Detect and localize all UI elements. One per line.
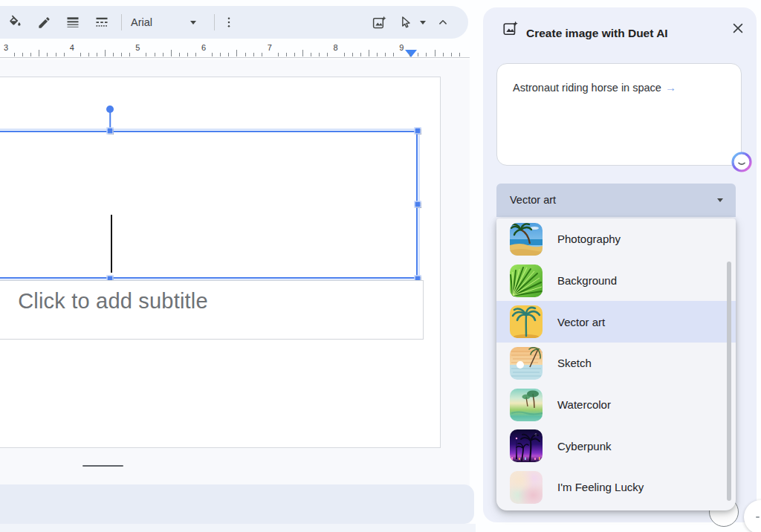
fill-color-icon[interactable] xyxy=(6,13,24,31)
ruler-tick xyxy=(253,53,254,56)
ruler-tick xyxy=(418,53,418,56)
google-slides-app: Arial 3456789 Click to ad xyxy=(0,0,761,532)
ruler-tick xyxy=(80,53,81,56)
style-option-background[interactable]: Background xyxy=(496,260,736,302)
style-option-lucky[interactable]: I'm Feeling Lucky xyxy=(496,467,736,508)
ruler-tick xyxy=(88,53,89,56)
subtitle-placeholder-text: Click to add subtitle xyxy=(18,289,208,339)
ruler-tick xyxy=(311,53,311,56)
ruler-tick xyxy=(163,53,163,56)
horizontal-ruler: 3456789 xyxy=(0,39,470,59)
style-option-label: Vector art xyxy=(557,316,605,328)
toolbar-separator xyxy=(121,14,122,30)
ruler-tick xyxy=(129,53,130,56)
style-thumbnail-icon xyxy=(510,223,543,256)
prompt-text: Astronaut riding horse in space→ xyxy=(513,81,676,94)
ruler-tick xyxy=(22,53,23,56)
prompt-value: Astronaut riding horse in space xyxy=(513,82,661,94)
ruler-tick xyxy=(64,53,65,56)
ruler-tick xyxy=(171,50,172,56)
style-select-value: Vector art xyxy=(510,194,556,206)
ruler-tick xyxy=(146,53,146,56)
ruler-tick xyxy=(377,53,378,56)
slide-canvas[interactable]: Click to add subtitle xyxy=(0,59,470,532)
style-option-label: Cyberpunk xyxy=(557,440,612,452)
select-caret-icon xyxy=(717,198,723,202)
style-thumbnail-icon xyxy=(510,471,543,504)
subtitle-placeholder[interactable]: Click to add subtitle xyxy=(0,280,424,340)
style-option-vector-art[interactable]: Vector art xyxy=(496,301,736,343)
style-thumbnail-icon xyxy=(510,347,543,380)
ruler-tick xyxy=(113,53,114,56)
panel-title: Create image with Duet AI xyxy=(526,27,668,40)
style-select[interactable]: Vector art xyxy=(496,184,736,217)
speaker-notes-bar[interactable] xyxy=(0,484,474,524)
ruler-tick xyxy=(360,53,361,56)
menu-scrollbar[interactable] xyxy=(727,262,731,501)
ruler-tick xyxy=(302,50,303,56)
ruler-tick xyxy=(262,53,262,56)
title-placeholder[interactable] xyxy=(0,131,418,279)
ruler-tick xyxy=(393,53,394,56)
resize-handle-top[interactable] xyxy=(107,128,114,134)
border-color-icon[interactable] xyxy=(35,13,53,31)
collapse-toolbar-icon[interactable] xyxy=(434,13,452,31)
ruler-tick xyxy=(344,53,345,56)
ruler-tick xyxy=(47,53,48,56)
select-tool-caret-icon[interactable] xyxy=(420,21,426,25)
ruler-tick xyxy=(195,53,196,56)
style-option-cyberpunk[interactable]: Cyberpunk xyxy=(496,425,736,467)
ruler-tick xyxy=(56,53,56,56)
ruler-tick xyxy=(220,53,221,56)
font-family-select[interactable]: Arial xyxy=(131,16,152,28)
ruler-tick xyxy=(443,53,444,56)
toolbar-separator xyxy=(214,14,215,30)
text-cursor xyxy=(111,215,112,273)
ruler-tick xyxy=(319,53,320,56)
ruler-tick xyxy=(155,53,155,56)
ruler-indent-marker-icon[interactable] xyxy=(405,50,417,57)
style-option-label: I'm Feeling Lucky xyxy=(557,481,644,493)
style-option-label: Watercolor xyxy=(557,398,611,411)
ruler-number: 3 xyxy=(4,43,8,52)
bottom-strip xyxy=(0,524,476,532)
ruler-tick xyxy=(426,53,427,56)
select-tool-icon[interactable] xyxy=(397,13,415,31)
more-options-icon[interactable] xyxy=(220,13,238,31)
style-option-sketch[interactable]: Sketch xyxy=(496,343,736,384)
ruler-tick xyxy=(14,53,15,56)
prompt-suggestion-arrow-icon[interactable]: → xyxy=(665,81,676,94)
style-option-label: Photography xyxy=(557,233,621,245)
toolbar: Arial xyxy=(0,6,468,39)
style-option-photography[interactable]: Photography xyxy=(496,218,736,260)
close-icon[interactable] xyxy=(728,19,748,38)
style-option-label: Sketch xyxy=(557,357,592,369)
ruler-tick xyxy=(385,53,386,56)
ruler-baseline xyxy=(0,57,470,58)
rotation-handle[interactable] xyxy=(106,106,114,113)
prompt-input[interactable]: Astronaut riding horse in space→ xyxy=(496,63,742,166)
ruler-tick xyxy=(459,53,460,56)
ruler-tick xyxy=(294,53,295,56)
border-weight-icon[interactable] xyxy=(64,13,82,31)
resize-handle-top-right[interactable] xyxy=(415,128,421,134)
ruler-number: 7 xyxy=(268,43,272,52)
style-options-menu: Photography Background Vector art Sketch… xyxy=(496,218,736,510)
ruler-number: 6 xyxy=(201,43,206,52)
style-thumbnail-icon xyxy=(510,265,543,297)
ruler-tick xyxy=(278,53,279,56)
ruler-tick xyxy=(409,53,410,56)
style-thumbnail-icon xyxy=(510,305,543,338)
ruler-tick xyxy=(97,53,97,56)
resize-handle-right[interactable] xyxy=(415,201,421,208)
duet-ai-panel: Create image with Duet AI Astronaut ridi… xyxy=(483,7,757,522)
notes-resize-handle[interactable] xyxy=(82,465,123,467)
ruler-tick xyxy=(30,53,31,56)
insert-image-icon[interactable] xyxy=(370,13,388,31)
ruler-tick xyxy=(179,53,180,56)
ruler-number: 5 xyxy=(135,43,140,52)
font-caret-icon[interactable] xyxy=(190,21,196,25)
border-dash-icon[interactable] xyxy=(93,13,111,31)
style-option-watercolor[interactable]: Watercolor xyxy=(496,384,736,426)
ruler-number: 8 xyxy=(333,43,337,52)
